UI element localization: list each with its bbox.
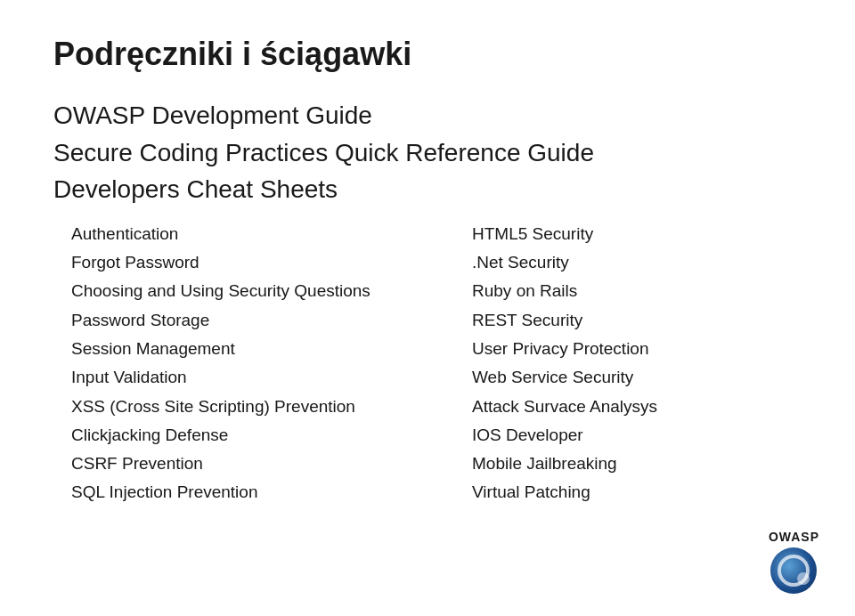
main-title: Podręczniki i ściągawki — [53, 36, 802, 73]
left-list-item: CSRF Prevention — [71, 450, 436, 478]
right-list-item: Virtual Patching — [472, 478, 802, 507]
right-list-item: .Net Security — [472, 248, 802, 277]
left-list-item: Password Storage — [71, 306, 436, 335]
right-list-item: Attack Survace Analysys — [472, 393, 802, 421]
section2-title: Secure Coding Practices Quick Reference … — [53, 137, 802, 169]
right-list-item: IOS Developer — [472, 421, 802, 450]
left-list-item: Choosing and Using Security Questions — [71, 277, 436, 305]
left-list-item: Forgot Password — [71, 248, 436, 277]
left-list-item: Clickjacking Defense — [71, 421, 436, 450]
left-column: AuthenticationForgot PasswordChoosing an… — [53, 220, 436, 507]
right-list-item: HTML5 Security — [472, 220, 802, 248]
owasp-text: OWASP — [769, 530, 819, 544]
left-list-item: Session Management — [71, 335, 436, 363]
section3-label: Developers Cheat Sheets — [53, 175, 802, 204]
page-container: Podręczniki i ściągawki OWASP Developmen… — [0, 0, 855, 616]
left-list-item: Authentication — [71, 220, 436, 248]
left-list-item: SQL Injection Prevention — [71, 478, 436, 507]
right-column: HTML5 Security.Net SecurityRuby on Rails… — [436, 220, 802, 507]
right-list-item: REST Security — [472, 306, 802, 335]
left-list-item: Input Validation — [71, 363, 436, 392]
right-list-item: Web Service Security — [472, 363, 802, 392]
section1-title: OWASP Development Guide — [53, 100, 802, 132]
right-list-item: User Privacy Protection — [472, 335, 802, 363]
left-list-item: XSS (Cross Site Scripting) Prevention — [71, 393, 436, 421]
right-list-item: Ruby on Rails — [472, 277, 802, 305]
columns-wrapper: AuthenticationForgot PasswordChoosing an… — [53, 220, 802, 507]
right-list-item: Mobile Jailbreaking — [472, 450, 802, 478]
owasp-circle-icon — [770, 547, 817, 594]
owasp-logo: OWASP — [769, 530, 819, 594]
